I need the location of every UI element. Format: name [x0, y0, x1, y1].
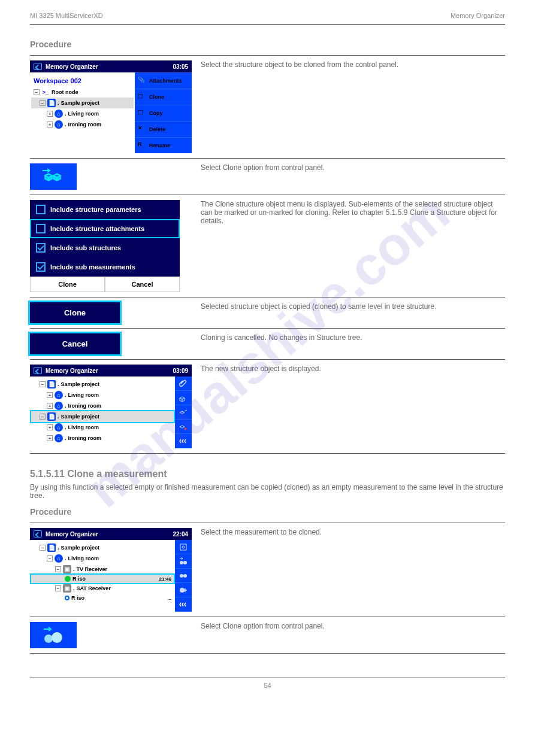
tree-node[interactable]: Root node [52, 89, 78, 95]
dialog-clone-button[interactable]: Clone [30, 277, 105, 292]
checkbox[interactable] [36, 262, 46, 272]
expand-icon[interactable]: + [47, 122, 53, 127]
tree-node[interactable]: R iso [71, 595, 84, 601]
expand-icon[interactable]: − [40, 100, 46, 106]
side-toolbar [175, 377, 192, 448]
section-text: By using this function a selected empty … [30, 483, 505, 500]
attach-icon[interactable] [175, 377, 192, 391]
screen-title: Memory Organizer [46, 531, 169, 538]
screen-title: Memory Organizer [46, 63, 169, 70]
step-description: Cloning is cancelled. No changes in Stru… [201, 333, 505, 342]
device-screen-3: Memory Organizer 22:04 −📄.Sample project… [30, 528, 192, 612]
tree-node[interactable]: Sample project [61, 381, 100, 387]
svg-point-8 [52, 632, 62, 643]
svg-rect-0 [180, 544, 186, 550]
clone-button[interactable]: Clone [30, 302, 120, 323]
svg-point-3 [183, 561, 187, 564]
checkbox[interactable] [36, 205, 46, 214]
clone-circles-icon-button[interactable] [30, 622, 77, 648]
page-number: 54 [264, 682, 271, 689]
screen-time: 03:09 [173, 368, 188, 374]
option-label: Include structure attachments [50, 225, 144, 232]
workspace-name: Workspace 002 [31, 75, 134, 87]
svg-point-2 [180, 561, 183, 564]
tree-node[interactable]: Ironing room [68, 403, 102, 409]
device-screen-1: Memory Organizer 03:05 Workspace 002 −>_… [30, 60, 192, 153]
back-icon[interactable] [34, 530, 42, 538]
clone-circle-icon[interactable] [175, 554, 192, 569]
menu-attachments[interactable]: 📎Attachments [135, 72, 192, 89]
screen-time: 03:05 [173, 63, 188, 70]
tree-node[interactable]: Living room [68, 111, 99, 117]
screen-title: Memory Organizer [46, 368, 169, 374]
svg-point-5 [183, 574, 187, 578]
copy-box-icon[interactable] [175, 405, 192, 420]
tree-node[interactable]: Living room [68, 555, 99, 561]
device-screen-2: Memory Organizer 03:09 −📄.Sample project… [30, 365, 192, 448]
svg-point-4 [180, 574, 183, 578]
tree-node[interactable]: Ironing room [68, 122, 102, 127]
tree-node[interactable]: TV Receiver [77, 566, 108, 572]
clone-options-dialog: Include structure parameters Include str… [30, 200, 180, 292]
step-description: Select Clone option from control panel. [201, 163, 505, 172]
dialog-cancel-button[interactable]: Cancel [105, 277, 180, 292]
menu-clone[interactable]: ⬚Clone [135, 89, 192, 105]
header-right: Memory Organizer [451, 12, 505, 19]
copy-circle-icon[interactable] [175, 569, 192, 583]
menu-delete[interactable]: ✕Delete [135, 121, 192, 137]
step-description: Select the measurement to be cloned. [201, 528, 505, 536]
tree-node[interactable]: Sample project [61, 414, 100, 420]
option-label: Include sub measurements [50, 263, 135, 271]
tree-node[interactable]: Living room [68, 392, 99, 398]
step-description: The Clone structure object menu is displ… [201, 200, 505, 225]
checkbox[interactable] [36, 224, 46, 233]
tree-node[interactable]: SAT Receiver [77, 585, 111, 591]
context-menu: 📎Attachments ⬚Clone ⬚Copy ✕Delete RRenam… [135, 72, 192, 153]
tree-node[interactable]: Ironing room [68, 435, 102, 441]
view-icon[interactable] [175, 540, 192, 554]
step-description: The new structure object is displayed. [201, 365, 505, 373]
clone-box-icon[interactable] [175, 391, 192, 405]
tree-node[interactable]: Sample project [61, 100, 100, 106]
more-icon[interactable] [175, 434, 192, 448]
checkbox[interactable] [36, 243, 46, 253]
step-description: Selected structure object is copied (clo… [201, 302, 505, 311]
svg-point-1 [182, 546, 185, 548]
option-label: Include sub structures [50, 244, 121, 251]
expand-icon[interactable]: − [34, 89, 40, 95]
tree-node[interactable]: Living room [68, 424, 99, 430]
procedure-label: Procedure [30, 40, 505, 49]
clone-icon-button[interactable] [30, 163, 77, 190]
back-icon[interactable] [34, 367, 42, 374]
menu-copy[interactable]: ⬚Copy [135, 105, 192, 121]
tree-node[interactable]: Sample project [61, 545, 100, 551]
add-circle-icon[interactable] [175, 583, 192, 597]
menu-rename[interactable]: RRename [135, 137, 192, 153]
header-left: MI 3325 MultiServicerXD [30, 12, 103, 19]
step-description: Select Clone option from control panel. [201, 622, 505, 630]
delete-box-icon[interactable] [175, 420, 192, 434]
back-icon[interactable] [34, 63, 42, 70]
section-title: 5.1.5.11 Clone a measurement [30, 469, 505, 479]
screen-time: 22:04 [173, 531, 188, 538]
tree-node[interactable]: R iso [72, 576, 86, 582]
step-description: Select the structure object to be cloned… [201, 60, 505, 69]
procedure-label: Procedure [30, 507, 505, 517]
more-icon[interactable] [175, 597, 192, 612]
svg-point-7 [44, 634, 53, 643]
cancel-button[interactable]: Cancel [30, 333, 120, 354]
side-toolbar [175, 540, 192, 612]
option-label: Include structure parameters [50, 206, 141, 213]
expand-icon[interactable]: + [47, 111, 53, 117]
